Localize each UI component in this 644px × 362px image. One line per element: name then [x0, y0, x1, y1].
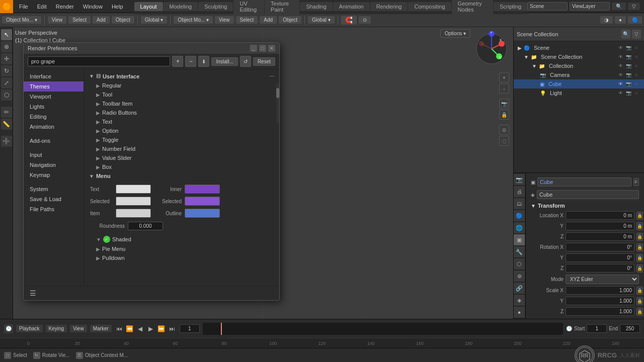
tool-measure[interactable]: 📏 — [1, 119, 12, 130]
tree-item-radio-buttons[interactable]: ▶Radio Buttons — [86, 108, 277, 117]
sidebar-item-addons[interactable]: Add-ons — [24, 136, 84, 146]
location-z-lock-btn[interactable]: 🔒 — [636, 233, 643, 241]
light-render-icon[interactable]: ○ — [633, 89, 640, 97]
camera-view-btn[interactable]: 📷 — [499, 99, 509, 109]
select-btn-2[interactable]: Select — [236, 16, 258, 24]
cam-eye-icon[interactable]: 👁 — [617, 71, 624, 78]
zoom-out-btn[interactable]: - — [499, 83, 509, 94]
scene-selector[interactable] — [527, 2, 568, 11]
shading-solid-btn[interactable]: ◑ — [600, 16, 613, 24]
menu-edit[interactable]: Edit — [33, 3, 51, 11]
sidebar-item-save-load[interactable]: Save & Load — [24, 194, 84, 204]
rotation-mode-select[interactable]: XYZ Euler — [566, 275, 639, 284]
step-forward-btn[interactable]: ⏩ — [157, 324, 166, 333]
step-back-btn[interactable]: ⏪ — [125, 324, 134, 333]
proportional-btn[interactable]: ⊙ — [359, 16, 371, 24]
outliner-scene-collection[interactable]: ▼ 📁 Scene Collection 👁 📷 ○ — [514, 52, 644, 61]
sc-render-icon[interactable]: ○ — [633, 53, 640, 60]
lock-view-btn[interactable]: 🔒 — [499, 110, 509, 120]
play-back-btn[interactable]: ◀ — [136, 324, 145, 333]
tree-item-toolbar-item[interactable]: ▶Toolbar Item — [86, 99, 277, 108]
tool-cursor[interactable]: ⊕ — [1, 41, 12, 52]
tree-item-option[interactable]: ▶Option — [86, 126, 277, 135]
filter-btn[interactable]: ▽ — [628, 3, 640, 10]
timeline-scrubber[interactable] — [203, 323, 563, 335]
rotation-z-input[interactable] — [566, 264, 634, 273]
prop-data-tab[interactable]: ◈ — [514, 295, 525, 306]
sidebar-item-animation[interactable]: Animation — [24, 122, 84, 132]
sc-eye-icon[interactable]: 👁 — [617, 53, 624, 60]
outliner-light[interactable]: 💡 Light 👁 📷 ○ — [514, 88, 644, 98]
theme-remove-btn[interactable]: − — [185, 56, 196, 67]
rotation-y-input[interactable] — [566, 253, 634, 262]
dialog-maximize-btn[interactable]: □ — [259, 45, 266, 52]
theme-name-input[interactable] — [28, 56, 170, 66]
tree-item-toggle[interactable]: ▶Toggle — [86, 135, 277, 144]
tree-item-box[interactable]: ▶Box — [86, 162, 277, 171]
transform-header[interactable]: ▼ Transform — [529, 201, 641, 210]
dialog-hamburger-btn[interactable]: ☰ — [28, 288, 38, 298]
tree-item-pie-menu[interactable]: ▶Pie Menu — [86, 244, 277, 253]
tool-move[interactable]: ✛ — [1, 53, 12, 64]
rotation-x-input[interactable] — [566, 243, 634, 251]
outliner-filter-btn[interactable]: 🔍 — [621, 30, 630, 39]
tree-item-shaded[interactable]: ▼ ✓ Shaded — [86, 234, 277, 244]
tab-layout[interactable]: Layout — [134, 2, 163, 11]
sidebar-item-viewport[interactable]: Viewport — [24, 92, 84, 102]
item-color-swatch[interactable] — [116, 209, 151, 218]
outliner-settings-btn[interactable]: ▽ — [632, 30, 641, 39]
light-eye-icon[interactable]: 👁 — [617, 89, 624, 97]
end-frame-input[interactable] — [620, 324, 640, 333]
tab-modeling[interactable]: Modeling — [164, 2, 198, 11]
tab-shading[interactable]: Shading — [300, 2, 332, 11]
outline-color-swatch[interactable] — [185, 209, 220, 218]
tab-uv-editing[interactable]: UV Editing — [233, 0, 264, 14]
reset-icon-btn[interactable]: ↺ — [240, 56, 251, 67]
prop-physics-tab[interactable]: ⊛ — [514, 270, 525, 282]
rotation-y-lock-btn[interactable]: 🔒 — [636, 254, 643, 262]
coll-eye-icon[interactable]: 👁 — [617, 62, 624, 69]
scale-x-input[interactable] — [566, 286, 634, 295]
shading-material-btn[interactable]: ● — [615, 16, 626, 24]
tool-scale[interactable]: ⤢ — [1, 77, 12, 88]
object-btn[interactable]: Object — [112, 16, 134, 24]
cam-cam-icon[interactable]: 📷 — [625, 71, 632, 78]
prop-scene-tab[interactable]: 🔵 — [514, 210, 525, 221]
tab-geometry-nodes[interactable]: Geometry Nodes — [452, 0, 494, 14]
roundness-input[interactable] — [128, 222, 163, 230]
camera-icon-sm[interactable]: 📷 — [625, 44, 632, 51]
menu-render[interactable]: Render — [52, 3, 78, 11]
sidebar-item-editing[interactable]: Editing — [24, 112, 84, 122]
outliner-collection[interactable]: ▼ 📁 Collection 👁 📷 ○ — [514, 61, 644, 70]
jump-start-btn[interactable]: ⏮ — [115, 324, 124, 333]
dialog-close-btn[interactable]: ✕ — [268, 45, 275, 52]
add-btn-2[interactable]: Add — [260, 16, 277, 24]
dialog-titlebar[interactable]: Render Preferences _ □ ✕ — [24, 43, 279, 54]
prop-render-tab[interactable]: 📷 — [514, 174, 525, 185]
light-cam-icon[interactable]: 📷 — [625, 89, 632, 97]
start-frame-input[interactable] — [587, 324, 607, 333]
coll-camera-icon[interactable]: 📷 — [625, 62, 632, 69]
playback-dropdown[interactable]: Playback — [16, 325, 43, 332]
jump-end-btn[interactable]: ⏭ — [168, 324, 177, 333]
cam-render-icon[interactable]: ○ — [633, 71, 640, 78]
render-icon[interactable]: ○ — [633, 44, 640, 51]
tab-texture-paint[interactable]: Texture Paint — [265, 0, 299, 14]
marker-btn[interactable]: Marker — [90, 325, 112, 332]
dialog-content[interactable]: ▼ ⊟ User Interface — ▶Regular ▶Tool — [84, 69, 279, 286]
menu-help[interactable]: Help — [108, 3, 127, 11]
current-frame-input[interactable] — [180, 324, 200, 333]
reset-btn[interactable]: Reset — [253, 57, 275, 66]
view-btn[interactable]: View — [48, 16, 67, 24]
add-btn[interactable]: Add — [93, 16, 110, 24]
object-mode-dropdown[interactable]: Object Mo... ▾ — [2, 16, 41, 24]
theme-duplicate-btn[interactable]: ⬇ — [198, 56, 209, 67]
object-name-input[interactable] — [537, 177, 631, 187]
cube-eye-icon[interactable]: 👁 — [617, 80, 624, 87]
inner-color-swatch[interactable] — [185, 185, 220, 194]
keying-dropdown[interactable]: Keying — [46, 325, 67, 332]
search-btn[interactable]: 🔍 — [612, 3, 626, 10]
tree-item-number-field[interactable]: ▶Number Field — [86, 144, 277, 153]
scale-y-lock-btn[interactable]: 🔒 — [636, 297, 643, 305]
tool-select[interactable]: ↖ — [1, 29, 12, 40]
